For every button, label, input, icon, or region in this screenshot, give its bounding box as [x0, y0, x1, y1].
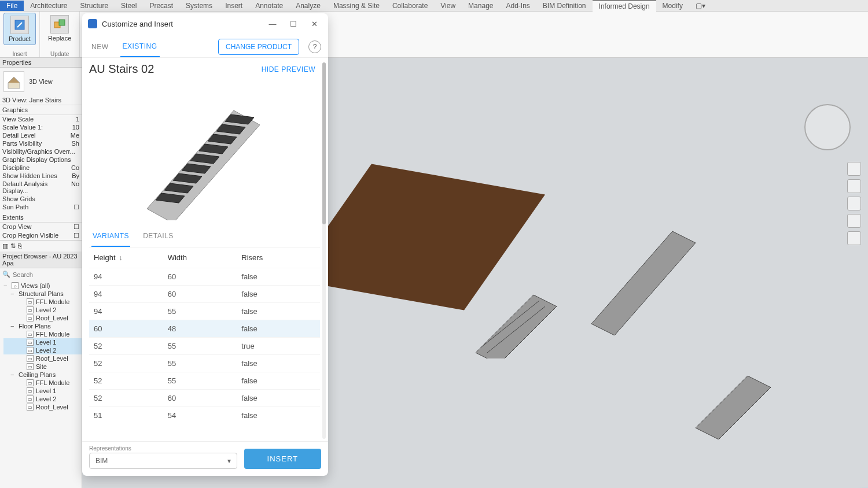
- variant-row[interactable]: 5255false: [89, 372, 320, 389]
- ribbon-tab-modify[interactable]: Modify: [656, 1, 689, 11]
- dialog-scrollbar[interactable]: [320, 58, 328, 441]
- col-width[interactable]: Width: [168, 253, 242, 262]
- product-button[interactable]: Product: [3, 13, 36, 45]
- ribbon-tab-bim-definition[interactable]: BIM Definition: [536, 1, 593, 11]
- svg-marker-9: [696, 376, 771, 439]
- ribbon-group-update: Replace Update: [40, 12, 80, 57]
- subtab-details[interactable]: DETAILS: [142, 226, 175, 247]
- tree-item[interactable]: ▭FFL Module: [3, 298, 82, 306]
- variant-row[interactable]: 9455false: [89, 302, 320, 320]
- variant-row[interactable]: 6048false: [89, 320, 320, 337]
- subtabs: VARIANTS DETAILS: [89, 226, 320, 247]
- help-icon[interactable]: ?: [308, 40, 321, 53]
- ribbon-tab-view[interactable]: View: [434, 1, 462, 11]
- preview-area[interactable]: [89, 76, 320, 226]
- property-row[interactable]: Show Grids: [0, 195, 82, 203]
- replace-button[interactable]: Replace: [43, 13, 76, 44]
- view-cube[interactable]: [804, 104, 851, 150]
- extents-header: Extents: [0, 213, 82, 223]
- filter-icon[interactable]: ▥: [2, 242, 8, 250]
- minimize-icon[interactable]: —: [264, 18, 281, 29]
- ribbon-tab-structure[interactable]: Structure: [73, 1, 115, 11]
- left-sidebar: Properties 3D View 3D View: Jane Stairs …: [0, 58, 82, 488]
- ribbon-tab-insert[interactable]: Insert: [219, 1, 249, 11]
- tab-existing[interactable]: EXISTING: [120, 36, 160, 57]
- close-icon[interactable]: ✕: [306, 18, 322, 29]
- property-row[interactable]: Parts VisibilitySh: [0, 139, 82, 147]
- tab-new[interactable]: NEW: [89, 37, 111, 57]
- tree-item[interactable]: ▭Level 2: [3, 306, 82, 314]
- tree-item[interactable]: ▭Roof_Level: [3, 354, 82, 363]
- property-row[interactable]: Default Analysis Display...No: [0, 180, 82, 195]
- ribbon-tab-file[interactable]: File: [0, 1, 24, 11]
- ribbon-tab-massing-site[interactable]: Massing & Site: [327, 1, 386, 11]
- maximize-icon[interactable]: ☐: [285, 18, 301, 29]
- tree-item[interactable]: ▭Level 1: [3, 338, 82, 346]
- property-row[interactable]: Graphic Display Options: [0, 156, 82, 164]
- ribbon-tab-manage[interactable]: Manage: [462, 1, 499, 11]
- ribbon-tab-systems[interactable]: Systems: [179, 1, 219, 11]
- nav-tool[interactable]: [847, 214, 861, 228]
- ribbon-tab-add-ins[interactable]: Add-Ins: [499, 1, 536, 11]
- change-product-button[interactable]: CHANGE PRODUCT: [218, 39, 299, 55]
- representations-select[interactable]: BIM ▾: [89, 453, 237, 469]
- ribbon-tab-steel[interactable]: Steel: [115, 1, 143, 11]
- tree-item[interactable]: ▭Roof_Level: [3, 314, 82, 322]
- tree-item[interactable]: −Structural Plans: [3, 290, 82, 298]
- ribbon-tab-informed-design[interactable]: Informed Design: [593, 0, 656, 12]
- tree-item[interactable]: ▭FFL Module: [3, 330, 82, 338]
- ribbon-tab-architecture[interactable]: Architecture: [24, 1, 73, 11]
- tree-item[interactable]: ▭Level 2: [3, 395, 82, 403]
- property-row[interactable]: View Scale1: [0, 115, 82, 123]
- property-row[interactable]: DisciplineCo: [0, 164, 82, 172]
- property-row[interactable]: Show Hidden LinesBy: [0, 172, 82, 180]
- browser-search[interactable]: 🔍: [0, 268, 82, 280]
- variant-row[interactable]: 9460false: [89, 268, 320, 285]
- col-risers[interactable]: Risers: [241, 253, 315, 262]
- nav-tool[interactable]: [847, 162, 861, 176]
- variant-row[interactable]: 5260false: [89, 389, 320, 406]
- ribbon-tab--[interactable]: ▢▾: [689, 1, 712, 11]
- property-row[interactable]: Scale Value 1:10: [0, 123, 82, 131]
- subtab-variants[interactable]: VARIANTS: [91, 226, 130, 247]
- variant-row[interactable]: 5255true: [89, 337, 320, 354]
- variant-row[interactable]: 5154false: [89, 406, 320, 424]
- replace-label: Replace: [48, 35, 71, 42]
- tree-item[interactable]: ▭Roof_Level: [3, 403, 82, 411]
- tree-item[interactable]: ▭Level 2: [3, 346, 82, 354]
- scroll-thumb[interactable]: [322, 62, 326, 224]
- tree-item[interactable]: −⌕Views (all): [3, 282, 82, 290]
- ribbon-tab-analyze[interactable]: Analyze: [289, 1, 327, 11]
- tree-item[interactable]: −Ceiling Plans: [3, 371, 82, 379]
- ribbon-tab-collaborate[interactable]: Collaborate: [386, 1, 434, 11]
- variant-row[interactable]: 5255false: [89, 354, 320, 372]
- property-row[interactable]: Visibility/Graphics Overr...: [0, 147, 82, 156]
- property-row[interactable]: Crop Region Visible☐: [0, 231, 82, 240]
- property-row[interactable]: Sun Path☐: [0, 203, 82, 212]
- variant-row[interactable]: 9460false: [89, 285, 320, 302]
- hide-preview-link[interactable]: HIDE PREVIEW: [262, 65, 315, 73]
- model-stair: [591, 208, 707, 335]
- tree-item[interactable]: ▭Level 1: [3, 387, 82, 395]
- property-row[interactable]: Crop View☐: [0, 223, 82, 231]
- variant-table-head[interactable]: Height↓ Width Risers: [89, 247, 320, 268]
- ribbon-tab-annotate[interactable]: Annotate: [249, 1, 289, 11]
- sort-icon[interactable]: ⇅: [10, 242, 16, 250]
- col-height[interactable]: Height↓: [94, 253, 168, 262]
- search-icon: 🔍: [2, 271, 10, 278]
- ribbon-tab-precast[interactable]: Precast: [143, 1, 179, 11]
- view-type-block[interactable]: 3D View: [0, 68, 82, 95]
- tree-item[interactable]: ▭FFL Module: [3, 379, 82, 387]
- search-input[interactable]: [13, 271, 82, 278]
- property-row[interactable]: Detail LevelMe: [0, 131, 82, 139]
- tree-item[interactable]: ▭Site: [3, 363, 82, 371]
- dialog-app-icon: [88, 19, 97, 28]
- scroll-track[interactable]: [322, 62, 326, 439]
- nav-tool[interactable]: [847, 231, 861, 245]
- tool-icon[interactable]: ⎘: [18, 242, 22, 250]
- nav-tool[interactable]: [847, 197, 861, 210]
- insert-button[interactable]: INSERT: [244, 449, 321, 469]
- nav-tool[interactable]: [847, 179, 861, 193]
- tree-item[interactable]: −Floor Plans: [3, 322, 82, 330]
- dialog-titlebar[interactable]: Customize and Insert — ☐ ✕: [82, 13, 328, 34]
